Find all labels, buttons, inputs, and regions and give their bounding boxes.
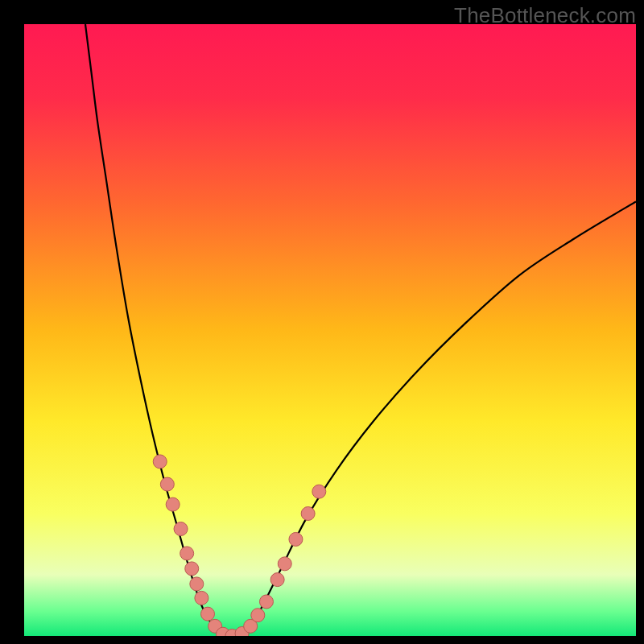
highlight-dot — [174, 522, 188, 536]
highlight-dot — [185, 562, 199, 576]
bottleneck-curve — [85, 24, 636, 636]
plot-area — [24, 24, 636, 636]
highlight-dot — [289, 532, 303, 546]
highlight-dot — [190, 577, 204, 591]
curve-layer — [24, 24, 636, 636]
highlight-dot — [278, 557, 291, 571]
highlight-dot — [201, 607, 215, 621]
highlight-dot — [251, 609, 265, 622]
highlight-dot — [153, 455, 167, 469]
highlight-dot — [166, 497, 180, 511]
chart-frame: TheBottleneck.com — [0, 0, 644, 644]
highlight-dot — [195, 591, 208, 605]
highlight-dots — [153, 455, 326, 636]
highlight-dot — [259, 595, 273, 609]
attribution-text: TheBottleneck.com — [454, 3, 636, 28]
highlight-dot — [180, 547, 194, 560]
highlight-dot — [301, 507, 315, 521]
highlight-dot — [270, 573, 284, 587]
highlight-dot — [160, 477, 174, 491]
highlight-dot — [312, 485, 326, 498]
